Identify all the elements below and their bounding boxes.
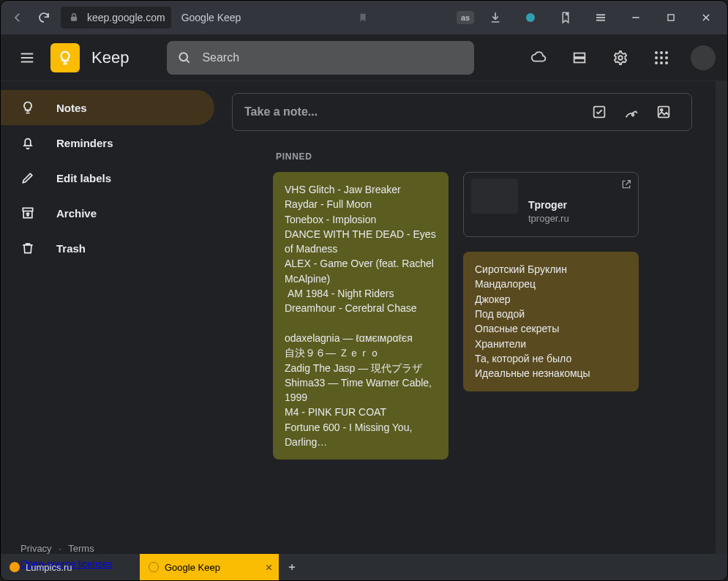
- sidebar-item-trash[interactable]: Trash: [1, 230, 214, 266]
- svg-point-3: [180, 53, 188, 61]
- browser-titlebar: keep.google.com Google Keep as: [1, 1, 727, 34]
- sidebar: Notes Reminders Edit labels Archive Tras…: [1, 81, 220, 554]
- svg-point-10: [661, 109, 663, 111]
- app-header: Keep: [1, 34, 727, 81]
- terms-link[interactable]: Terms: [68, 543, 94, 554]
- note-card-link[interactable]: Tproger tproger.ru: [463, 172, 639, 237]
- tabs-bar: Lumpics.ru Google Keep: [1, 554, 727, 580]
- window-close-button[interactable]: [692, 4, 720, 31]
- svg-rect-9: [658, 107, 669, 118]
- open-link-icon[interactable]: [620, 179, 632, 190]
- new-list-icon[interactable]: [583, 96, 615, 128]
- menu-icon[interactable]: [587, 4, 615, 31]
- sidebar-item-label: Reminders: [56, 137, 113, 149]
- sidebar-item-label: Archive: [56, 207, 97, 220]
- svg-rect-0: [71, 17, 77, 21]
- archive-icon: [20, 205, 36, 221]
- tab-google-keep[interactable]: Google Keep: [140, 554, 279, 580]
- svg-point-1: [526, 13, 535, 22]
- tab-label: Google Keep: [165, 562, 220, 573]
- sidebar-item-notes[interactable]: Notes: [1, 90, 214, 125]
- search-input[interactable]: [202, 51, 464, 64]
- lock-icon: [67, 10, 81, 25]
- note-card[interactable]: VHS Glitch - Jaw Breaker Raydar - Full M…: [273, 172, 449, 460]
- trash-icon: [20, 240, 36, 256]
- tab-lumpics[interactable]: Lumpics.ru: [1, 554, 140, 580]
- reload-button[interactable]: [34, 8, 53, 27]
- footer-links: Privacy · Terms Open-source licenses: [20, 541, 113, 554]
- download-icon[interactable]: [481, 4, 509, 31]
- favicon-icon: [10, 562, 20, 572]
- svg-rect-5: [574, 58, 585, 62]
- new-image-icon[interactable]: [648, 96, 680, 128]
- url-host: keep.google.com: [87, 12, 165, 23]
- bell-icon: [20, 135, 36, 151]
- bookmarks-icon[interactable]: [552, 4, 579, 31]
- new-drawing-icon[interactable]: [615, 96, 648, 128]
- apps-grid-icon[interactable]: [645, 42, 678, 74]
- link-host: tproger.ru: [528, 212, 626, 226]
- take-note-input[interactable]: Take a note...: [232, 93, 692, 131]
- svg-rect-7: [23, 208, 32, 211]
- search-icon: [177, 50, 192, 65]
- main-content: Take a note... PINNED VHS Glitch - Jaw B…: [220, 81, 716, 554]
- take-note-placeholder: Take a note...: [244, 105, 318, 119]
- svg-rect-2: [668, 15, 674, 20]
- list-view-icon[interactable]: [563, 42, 596, 74]
- scrollbar[interactable]: [716, 81, 727, 554]
- keep-logo-icon: [50, 43, 80, 72]
- favicon-icon: [149, 562, 159, 572]
- app-title: Keep: [91, 48, 129, 67]
- extension-globe-icon[interactable]: [517, 4, 544, 31]
- pencil-icon: [20, 170, 36, 186]
- window-maximize-button[interactable]: [657, 4, 685, 31]
- link-title: Tproger: [528, 198, 626, 212]
- sidebar-item-reminders[interactable]: Reminders: [1, 125, 214, 160]
- address-bar[interactable]: keep.google.com: [61, 7, 171, 29]
- bookmark-icon[interactable]: [358, 12, 368, 23]
- svg-point-6: [618, 56, 623, 60]
- pinned-section-label: PINNED: [276, 151, 692, 162]
- page-title: Google Keep: [181, 12, 241, 23]
- sidebar-item-label: Notes: [56, 102, 87, 114]
- sidebar-item-label: Trash: [56, 242, 86, 255]
- refresh-cloud-icon[interactable]: [522, 42, 555, 74]
- settings-icon[interactable]: [604, 42, 637, 74]
- back-button[interactable]: [8, 8, 27, 27]
- svg-rect-4: [574, 53, 585, 57]
- lightbulb-icon: [20, 100, 36, 116]
- sidebar-item-edit-labels[interactable]: Edit labels: [1, 160, 214, 195]
- new-tab-button[interactable]: [279, 554, 305, 580]
- window-minimize-button[interactable]: [622, 4, 650, 31]
- note-card[interactable]: Сиротский Бруклин Мандалорец Джокер Под …: [463, 252, 639, 391]
- lastfm-icon[interactable]: as: [457, 11, 474, 24]
- tab-label: Lumpics.ru: [26, 562, 72, 573]
- search-bar[interactable]: [167, 41, 474, 75]
- account-avatar[interactable]: [691, 45, 716, 70]
- close-tab-icon[interactable]: [265, 563, 273, 571]
- privacy-link[interactable]: Privacy: [20, 543, 52, 554]
- sidebar-item-label: Edit labels: [56, 172, 111, 184]
- main-menu-button[interactable]: [12, 43, 42, 72]
- sidebar-item-archive[interactable]: Archive: [1, 195, 214, 230]
- link-thumbnail: [471, 179, 518, 214]
